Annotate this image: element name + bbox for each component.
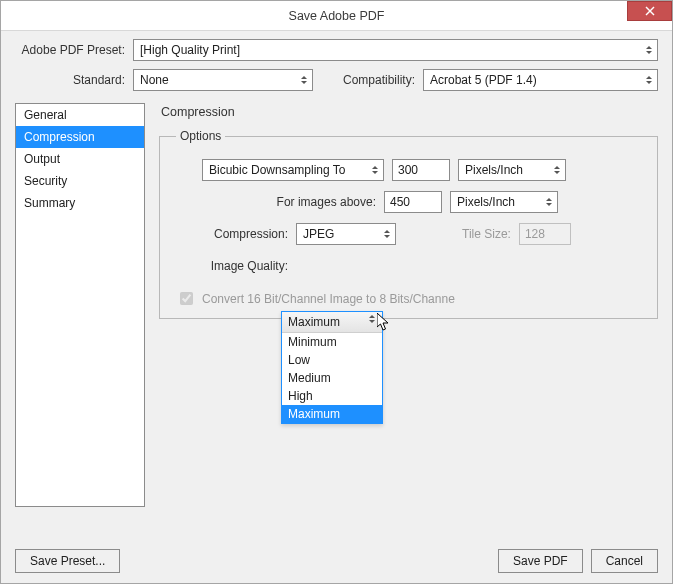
above-label: For images above: xyxy=(170,195,376,209)
spinner-icon xyxy=(543,193,555,211)
preset-value: [High Quality Print] xyxy=(140,43,240,57)
standard-label: Standard: xyxy=(15,73,125,87)
image-quality-selected-value: Maximum xyxy=(288,315,340,329)
preset-row: Adobe PDF Preset: [High Quality Print] xyxy=(15,39,658,61)
window-close-button[interactable] xyxy=(627,1,672,21)
preset-label: Adobe PDF Preset: xyxy=(15,43,125,57)
compression-value: JPEG xyxy=(303,227,334,241)
dialog-window: Save Adobe PDF Adobe PDF Preset: [High Q… xyxy=(0,0,673,584)
compression-panel: Compression Options Bicubic Downsampling… xyxy=(159,103,658,543)
quality-option-maximum[interactable]: Maximum xyxy=(282,405,382,423)
window-title: Save Adobe PDF xyxy=(1,9,672,23)
above-unit-select[interactable]: Pixels/Inch xyxy=(450,191,558,213)
image-quality-dropdown[interactable]: Maximum Minimum Low Medium High Maximum xyxy=(281,311,383,424)
options-fieldset: Options Bicubic Downsampling To Pixels/I… xyxy=(159,129,658,319)
spinner-icon xyxy=(643,71,655,89)
image-quality-selected[interactable]: Maximum xyxy=(282,312,382,333)
sidebar-item-summary[interactable]: Summary xyxy=(16,192,144,214)
compat-value: Acrobat 5 (PDF 1.4) xyxy=(430,73,537,87)
standard-compat-row: Standard: None Compatibility: Acrobat 5 … xyxy=(15,69,658,91)
spinner-icon xyxy=(551,161,563,179)
preset-select[interactable]: [High Quality Print] xyxy=(133,39,658,61)
category-sidebar: General Compression Output Security Summ… xyxy=(15,103,145,507)
quality-option-high[interactable]: High xyxy=(282,387,382,405)
spinner-icon xyxy=(369,315,379,323)
spinner-icon xyxy=(643,41,655,59)
spinner-icon xyxy=(381,225,393,243)
close-icon xyxy=(645,6,655,16)
image-quality-label: Image Quality: xyxy=(170,259,288,273)
downsample-method-value: Bicubic Downsampling To xyxy=(209,163,346,177)
footer: Save Preset... Save PDF Cancel xyxy=(15,543,658,573)
sidebar-item-general[interactable]: General xyxy=(16,104,144,126)
image-quality-row: Image Quality: xyxy=(170,255,647,277)
save-preset-button[interactable]: Save Preset... xyxy=(15,549,120,573)
above-row: For images above: Pixels/Inch xyxy=(170,191,647,213)
titlebar: Save Adobe PDF xyxy=(1,1,672,31)
downsample-row: Bicubic Downsampling To Pixels/Inch xyxy=(170,159,647,181)
convert-label: Convert 16 Bit/Channel Image to 8 Bits/C… xyxy=(202,292,455,306)
tilesize-input xyxy=(519,223,571,245)
downsample-unit-select[interactable]: Pixels/Inch xyxy=(458,159,566,181)
cancel-button[interactable]: Cancel xyxy=(591,549,658,573)
sidebar-item-security[interactable]: Security xyxy=(16,170,144,192)
dialog-body: Adobe PDF Preset: [High Quality Print] S… xyxy=(1,31,672,583)
quality-option-low[interactable]: Low xyxy=(282,351,382,369)
standard-value: None xyxy=(140,73,169,87)
compression-select[interactable]: JPEG xyxy=(296,223,396,245)
downsample-unit-value: Pixels/Inch xyxy=(465,163,523,177)
quality-option-minimum[interactable]: Minimum xyxy=(282,333,382,351)
compat-label: Compatibility: xyxy=(327,73,415,87)
spinner-icon xyxy=(298,71,310,89)
standard-select[interactable]: None xyxy=(133,69,313,91)
above-unit-value: Pixels/Inch xyxy=(457,195,515,209)
quality-option-medium[interactable]: Medium xyxy=(282,369,382,387)
compression-row: Compression: JPEG Tile Size: xyxy=(170,223,647,245)
image-quality-select-placeholder xyxy=(296,255,396,277)
sidebar-item-output[interactable]: Output xyxy=(16,148,144,170)
compression-label: Compression: xyxy=(170,227,288,241)
downsample-value-input[interactable] xyxy=(392,159,450,181)
spinner-icon xyxy=(369,161,381,179)
save-pdf-button[interactable]: Save PDF xyxy=(498,549,583,573)
downsample-method-select[interactable]: Bicubic Downsampling To xyxy=(202,159,384,181)
sidebar-item-compression[interactable]: Compression xyxy=(16,126,144,148)
panel-title: Compression xyxy=(161,105,658,119)
above-value-input[interactable] xyxy=(384,191,442,213)
convert-row: Convert 16 Bit/Channel Image to 8 Bits/C… xyxy=(176,289,647,308)
compat-select[interactable]: Acrobat 5 (PDF 1.4) xyxy=(423,69,658,91)
tilesize-label: Tile Size: xyxy=(462,227,511,241)
options-legend: Options xyxy=(176,129,225,143)
convert-checkbox xyxy=(180,292,193,305)
